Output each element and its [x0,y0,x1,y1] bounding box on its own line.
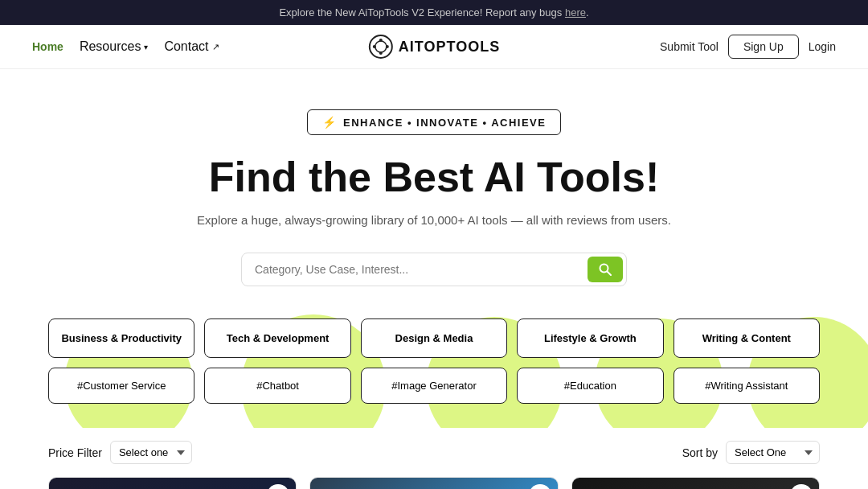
tool-card-3: ♡ Free + from $9.99/mo ★ ★ ★ ★ ★ [571,477,820,489]
nav-resources[interactable]: Resources ▾ [80,39,148,54]
svg-point-5 [373,45,376,48]
nav-resources-label: Resources [80,39,141,54]
announcement-link[interactable]: here [565,6,586,18]
tag-customer-service[interactable]: #Customer Service [48,368,194,404]
categories-grid: Business & Productivity Tech & Developme… [48,318,820,358]
card-2-image: ♡ [310,478,557,489]
announcement-bar: Explore the New AiTopTools V2 Experience… [0,0,868,25]
badge-text: ENHANCE • INNOVATE • ACHIEVE [343,117,546,129]
tool-cards-row: Build a website ♡ Try ♡ $59/Month ♡ Free… [0,477,868,489]
card-1-favorite-button[interactable]: ♡ [267,484,289,489]
tool-card-1: Build a website ♡ Try [48,477,297,489]
filter-bar: Price Filter Select one Free Paid Freemi… [0,428,868,477]
tag-writing-assistant[interactable]: #Writing Assistant [674,368,820,404]
svg-point-2 [379,39,383,42]
sort-select[interactable]: Select One Newest Most Popular Top Rated [726,441,820,464]
card-1-image: Build a website ♡ [49,478,296,489]
sort-filter: Sort by Select One Newest Most Popular T… [682,441,820,464]
submit-tool-link[interactable]: Submit Tool [660,40,719,53]
nav-contact-label: Contact [164,39,208,54]
hero-section: ⚡ ENHANCE • INNOVATE • ACHIEVE Find the … [0,69,868,302]
card-2-favorite-button[interactable]: ♡ [529,484,551,489]
navbar: Home Resources ▾ Contact ↗ AITOPTOOLS Su… [0,25,868,69]
card-3-image: ♡ [572,478,819,489]
price-filter-select[interactable]: Select one Free Paid Freemium [110,441,192,464]
categories-section: Business & Productivity Tech & Developme… [0,302,868,428]
price-filter: Price Filter Select one Free Paid Freemi… [48,441,192,464]
svg-point-1 [375,41,387,52]
search-bar[interactable] [241,253,627,286]
tag-chatbot[interactable]: #Chatbot [204,368,350,404]
tags-grid: #Customer Service #Chatbot #Image Genera… [48,368,820,404]
logo-icon [368,34,394,60]
site-logo[interactable]: AITOPTOOLS [368,34,500,60]
nav-right: Submit Tool Sign Up Login [660,35,836,59]
category-lifestyle[interactable]: Lifestyle & Growth [517,318,663,358]
tag-image-generator[interactable]: #Image Generator [361,368,507,404]
search-icon [599,263,612,276]
tag-education[interactable]: #Education [517,368,663,404]
category-design[interactable]: Design & Media [361,318,507,358]
enhance-badge: ⚡ ENHANCE • INNOVATE • ACHIEVE [307,109,562,135]
svg-line-7 [608,272,612,276]
external-link-icon: ↗ [212,42,219,52]
category-writing[interactable]: Writing & Content [674,318,820,358]
category-business[interactable]: Business & Productivity [48,318,194,358]
lightning-icon: ⚡ [322,116,338,129]
hero-subtext: Explore a huge, always-growing library o… [16,213,852,227]
announcement-text: Explore the New AiTopTools V2 Experience… [279,6,565,18]
svg-point-4 [379,51,383,55]
tool-card-2: ♡ $59/Month [309,477,558,489]
logo-text: AITOPTOOLS [399,39,500,55]
nav-contact[interactable]: Contact ↗ [164,39,219,54]
login-link[interactable]: Login [809,40,836,53]
search-input[interactable] [255,263,588,276]
card-3-favorite-button[interactable]: ♡ [790,484,813,489]
category-tech[interactable]: Tech & Development [204,318,350,358]
nav-left: Home Resources ▾ Contact ↗ [32,39,219,54]
price-filter-label: Price Filter [48,446,102,459]
nav-home[interactable]: Home [32,40,63,53]
hero-headline: Find the Best AI Tools! [16,154,852,200]
svg-point-3 [386,45,389,48]
chevron-down-icon: ▾ [144,43,148,51]
sort-by-label: Sort by [682,446,718,459]
signup-button[interactable]: Sign Up [728,35,799,59]
search-button[interactable] [588,257,623,282]
